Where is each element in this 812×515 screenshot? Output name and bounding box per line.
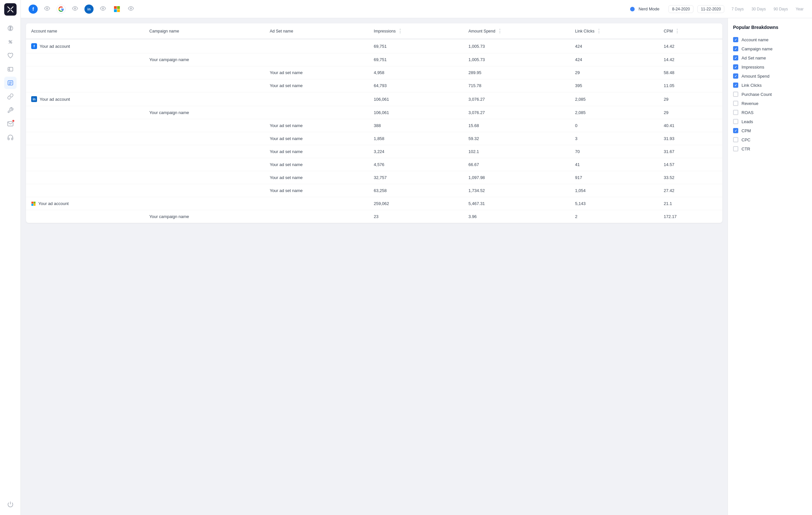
cell-cpm: 14.42 [659, 53, 722, 66]
breakdown-item-cpm[interactable]: CPM [733, 126, 807, 135]
breakdown-item-impressions[interactable]: Impressions [733, 62, 807, 71]
google-platform-btn[interactable] [54, 3, 68, 15]
breakdown-checkbox[interactable] [733, 137, 738, 142]
table-row: Your ad set name1,85859.32331.93 [26, 132, 722, 145]
breakdown-checkbox[interactable] [733, 119, 738, 124]
percent-icon[interactable] [4, 36, 17, 48]
breakdown-checkbox[interactable] [733, 74, 738, 79]
col-menu-amount_spend[interactable]: ⋮ [497, 28, 502, 34]
grid-icon[interactable] [4, 63, 17, 76]
cell-account-name [26, 53, 144, 66]
table-header: Account nameCampaign nameAd Set nameImpr… [26, 23, 722, 39]
google-visibility-toggle[interactable] [72, 5, 78, 12]
cell-campaign-name [144, 92, 265, 106]
cell-amount_spend: 5,467.31 [463, 197, 570, 210]
wrench-icon[interactable] [4, 104, 17, 116]
cell-campaign-name [144, 79, 265, 92]
cell-link_clicks: 424 [570, 39, 658, 53]
facebook-badge: f [31, 43, 37, 49]
date-end-picker[interactable]: 11-22-2020 [697, 5, 724, 13]
svg-point-1 [9, 40, 10, 41]
cell-adset-name: Your ad set name [264, 119, 368, 132]
cell-adset-name [264, 92, 368, 106]
cell-campaign-name: Your campaign name [144, 210, 265, 223]
content-area: Account nameCampaign nameAd Set nameImpr… [21, 18, 812, 515]
facebook-visibility-toggle[interactable] [44, 5, 50, 12]
cell-impressions: 106,061 [369, 92, 463, 106]
breakdown-checkbox[interactable] [733, 55, 738, 60]
breakdown-item-purchase-count[interactable]: Purchase Count [733, 90, 807, 99]
header-row: Account nameCampaign nameAd Set nameImpr… [26, 23, 722, 39]
cell-amount_spend: 102.1 [463, 145, 570, 158]
cell-cpm: 14.42 [659, 39, 722, 53]
date-range-buttons: 7 Days30 Days90 DaysYear [728, 5, 807, 13]
cell-adset-name: Your ad set name [264, 158, 368, 171]
date-range-btn-90days[interactable]: 90 Days [771, 5, 791, 13]
date-range-btn-year[interactable]: Year [792, 5, 807, 13]
cell-campaign-name [144, 66, 265, 79]
breakdown-item-revenue[interactable]: Revenue [733, 99, 807, 108]
link-icon[interactable] [4, 90, 17, 103]
breakdown-checkbox[interactable] [733, 146, 738, 151]
breakdown-checkbox[interactable] [733, 110, 738, 115]
breakdown-checkbox[interactable] [733, 92, 738, 97]
date-range-btn-30days[interactable]: 30 Days [748, 5, 769, 13]
cell-account-name [26, 79, 144, 92]
linkedin-visibility-toggle[interactable] [100, 5, 106, 12]
breakdown-checkbox[interactable] [733, 83, 738, 88]
cell-adset-name: Your ad set name [264, 79, 368, 92]
breakdown-item-amount-spend[interactable]: Amount Spend [733, 71, 807, 81]
facebook-platform-btn[interactable]: f [26, 3, 40, 15]
mail-icon[interactable] [4, 118, 17, 130]
breakdown-checkbox[interactable] [733, 37, 738, 42]
cell-impressions: 4,576 [369, 158, 463, 171]
cell-amount_spend: 1,734.52 [463, 184, 570, 197]
cell-amount_spend: 715.78 [463, 79, 570, 92]
cell-cpm: 172.17 [659, 210, 722, 223]
breakdown-item-ad-set-name[interactable]: Ad Set name [733, 53, 807, 62]
linkedin-platform-btn[interactable]: in [82, 3, 96, 15]
cell-amount_spend: 289.95 [463, 66, 570, 79]
breakdown-item-link-clicks[interactable]: Link Clicks [733, 81, 807, 90]
list-icon[interactable] [4, 77, 17, 89]
breakdown-checkbox[interactable] [733, 128, 738, 133]
breakdown-item-roas[interactable]: ROAS [733, 108, 807, 117]
cell-account-name [26, 171, 144, 184]
power-icon[interactable] [4, 498, 17, 511]
col-header-amount_spend: Amount Spend⋮ [463, 23, 570, 39]
col-menu-impressions[interactable]: ⋮ [398, 28, 403, 34]
app-logo[interactable] [4, 3, 17, 16]
breakdown-item-campaign-name[interactable]: Campaign name [733, 44, 807, 53]
date-range-btn-7days[interactable]: 7 Days [728, 5, 747, 13]
breakdown-item-ctr[interactable]: CTR [733, 144, 807, 153]
col-menu-link_clicks[interactable]: ⋮ [596, 28, 602, 34]
cell-impressions: 3,224 [369, 145, 463, 158]
breakdown-item-leads[interactable]: Leads [733, 117, 807, 126]
dollar-icon[interactable] [4, 22, 17, 34]
col-menu-cpm[interactable]: ⋮ [675, 28, 680, 34]
microsoft-visibility-toggle[interactable] [128, 5, 134, 12]
table-row: fYour ad account69,7511,005.7342414.42 [26, 39, 722, 53]
cell-campaign-name [144, 145, 265, 158]
cell-campaign-name [144, 171, 265, 184]
breakdown-list: Account nameCampaign nameAd Set nameImpr… [733, 35, 807, 153]
breakdown-item-account-name[interactable]: Account name [733, 35, 807, 44]
microsoft-platform-btn[interactable] [110, 3, 124, 15]
cell-account-name [26, 66, 144, 79]
breakdown-checkbox[interactable] [733, 64, 738, 69]
heart-icon[interactable] [4, 49, 17, 62]
cell-account-name: fYour ad account [26, 39, 144, 53]
breakdown-checkbox[interactable] [733, 46, 738, 51]
table-row: Your ad set name4,958289.952958.48 [26, 66, 722, 79]
cell-impressions: 32,757 [369, 171, 463, 184]
sidebar [0, 0, 21, 515]
breakdown-item-cpc[interactable]: CPC [733, 135, 807, 144]
cell-account-name [26, 119, 144, 132]
cell-amount_spend: 59.32 [463, 132, 570, 145]
headset-icon[interactable] [4, 131, 17, 144]
date-start-picker[interactable]: 8-24-2020 [668, 5, 693, 13]
cell-account-name [26, 145, 144, 158]
cell-amount_spend: 66.67 [463, 158, 570, 171]
col-header-impressions: Impressions⋮ [369, 23, 463, 39]
breakdown-checkbox[interactable] [733, 101, 738, 106]
